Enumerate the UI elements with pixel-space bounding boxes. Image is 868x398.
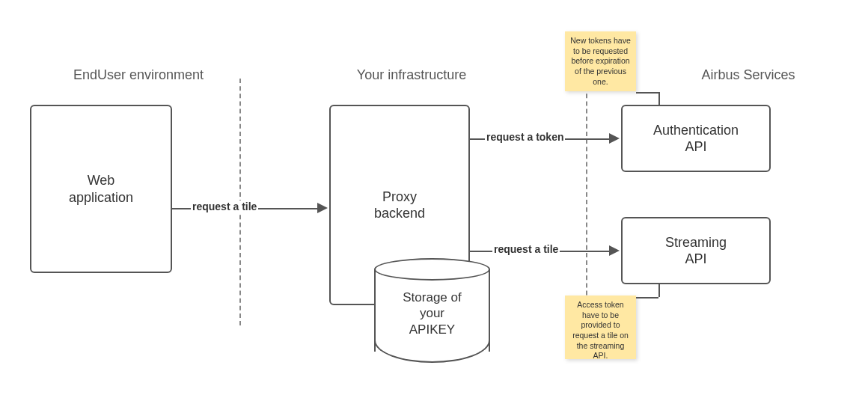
edge-proxy-to-stream-arrowhead (609, 245, 620, 256)
node-storage-apikey-label: Storage of your APIKEY (374, 290, 490, 337)
note-token-expiration: New tokens have to be requested before e… (565, 31, 636, 91)
edge-webapp-to-proxy-label: request a tile (191, 200, 258, 212)
edge-proxy-to-auth-label: request a token (485, 131, 565, 143)
node-storage-apikey: Storage of your APIKEY (374, 258, 490, 363)
node-web-application-label: Web application (69, 172, 133, 206)
edge-webapp-to-proxy-arrowhead (317, 203, 328, 213)
node-streaming-api-label: Streaming API (665, 234, 727, 268)
note-access-token: Access token have to be provided to requ… (565, 296, 636, 359)
section-title-infra: Your infrastructure (337, 67, 486, 83)
node-authentication-api: Authentication API (621, 105, 771, 172)
node-authentication-api-label: Authentication API (653, 122, 739, 156)
note-bottom-connector-v (658, 284, 660, 297)
node-streaming-api: Streaming API (621, 217, 771, 284)
section-title-enduser: EndUser environment (52, 67, 224, 83)
edge-proxy-to-stream-label: request a tile (492, 243, 560, 255)
node-web-application: Web application (30, 105, 172, 273)
note-bottom-connector-h (636, 297, 658, 298)
diagram-canvas: EndUser environment Your infrastructure … (0, 0, 868, 398)
note-top-connector-h (636, 92, 658, 94)
edge-proxy-to-auth-arrowhead (609, 133, 620, 144)
note-top-connector-v (658, 92, 660, 105)
section-title-airbus: Airbus Services (681, 67, 816, 83)
node-proxy-backend-label: Proxy backend (374, 189, 425, 222)
divider-right (586, 79, 587, 325)
